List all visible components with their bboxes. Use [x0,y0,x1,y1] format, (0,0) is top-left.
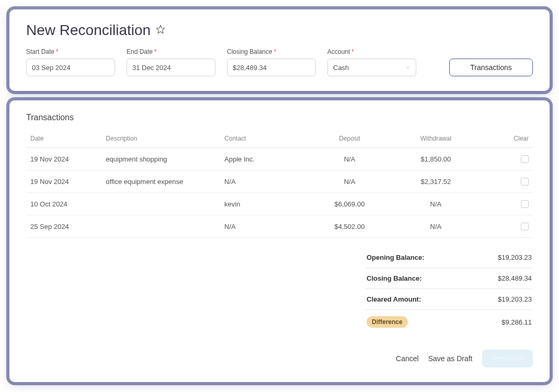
save-draft-button[interactable]: Save as Draft [428,354,473,363]
clear-checkbox[interactable] [521,155,529,163]
table-row: 19 Nov 2024office equipment expenseN/AN/… [26,170,533,193]
transactions-button-label: Transactions [470,63,512,72]
cell-date: 10 Oct 2024 [26,193,101,215]
closing-balance-summary-label: Closing Balance: [367,274,421,282]
cancel-label: Cancel [396,354,419,363]
summary-closing-balance: Closing Balance: $28,489.34 [366,268,533,289]
end-date-value: 31 Dec 2024 [132,64,171,72]
summary-panel: Opening Balance: $19,203.23 Closing Bala… [366,247,533,334]
cell-deposit: $4,502.00 [306,215,393,238]
reconcile-button[interactable]: Reconcile [482,350,533,367]
start-date-value: 03 Sep 2024 [32,64,71,72]
cell-contact: Apple Inc. [220,148,306,170]
transactions-button[interactable]: Transactions [449,59,533,76]
opening-balance-value: $19,203.23 [498,253,532,261]
start-date-field: Start Date* 03 Sep 2024 [26,48,115,76]
closing-balance-value: $28,489.34 [233,64,267,72]
col-clear: Clear [479,130,533,148]
cancel-button[interactable]: Cancel [396,354,419,363]
table-row: 19 Nov 2024equipment shoppingApple Inc.N… [26,148,533,170]
cell-deposit: $6,069.00 [306,193,393,215]
clear-checkbox[interactable] [521,178,529,186]
cell-contact: N/A [220,215,306,238]
cell-date: 19 Nov 2024 [26,170,101,193]
cell-withdrawal: N/A [393,215,479,238]
chevron-down-icon [405,64,410,72]
clear-checkbox[interactable] [521,200,529,208]
cell-withdrawal: N/A [393,193,479,215]
opening-balance-label: Opening Balance: [367,253,425,261]
difference-value: $9,286.11 [501,318,532,326]
page-title: New Reconciliation [26,22,151,39]
cell-contact: kevin [220,193,306,215]
header-card: New Reconciliation Start Date* 03 Sep 20… [9,9,550,91]
col-withdrawal: Withdrawal [393,130,479,148]
cell-clear [479,170,533,193]
closing-balance-input[interactable]: $28,489.34 [227,59,316,76]
cleared-amount-label: Cleared Amount: [367,295,421,303]
closing-balance-label: Closing Balance [227,48,272,55]
transactions-table: Date Description Contact Deposit Withdra… [26,130,533,238]
clear-checkbox[interactable] [521,223,529,230]
start-date-input[interactable]: 03 Sep 2024 [26,59,115,76]
transactions-title: Transactions [26,113,533,122]
end-date-label: End Date [127,48,153,55]
difference-badge: Difference [367,316,408,328]
closing-balance-field: Closing Balance* $28,489.34 [227,48,316,76]
account-value: Cash [333,64,349,72]
cell-deposit: N/A [306,148,393,170]
end-date-input[interactable]: 31 Dec 2024 [127,59,215,76]
cell-withdrawal: $2,317.52 [393,170,479,193]
summary-difference: Difference $9,286.11 [366,310,533,334]
cell-deposit: N/A [306,170,393,193]
cell-date: 19 Nov 2024 [26,148,101,170]
table-row: 25 Sep 2024N/A$4,502.00N/A [26,215,533,238]
cell-clear [479,148,533,170]
closing-balance-summary-value: $28,489.34 [498,274,532,282]
star-icon[interactable] [156,25,165,36]
cell-date: 25 Sep 2024 [26,215,101,238]
actions-row: Cancel Save as Draft Reconcile [26,350,533,367]
svg-marker-0 [157,26,165,33]
account-field: Account* Cash [327,48,416,76]
cell-description [101,215,220,238]
start-date-label: Start Date [26,48,54,55]
save-draft-label: Save as Draft [428,354,473,363]
filters-row: Start Date* 03 Sep 2024 End Date* 31 Dec… [26,48,533,76]
summary-opening-balance: Opening Balance: $19,203.23 [366,247,533,268]
account-select[interactable]: Cash [327,59,416,76]
cell-clear [479,215,533,238]
account-label: Account [327,48,350,55]
cell-description: office equipment expense [101,170,220,193]
reconcile-label: Reconcile [492,354,523,363]
cell-clear [479,193,533,215]
summary-cleared-amount: Cleared Amount: $19,203.23 [366,289,533,310]
cell-description: equipment shopping [101,148,220,170]
col-date: Date [26,130,101,148]
table-row: 10 Oct 2024kevin$6,069.00N/A [26,193,533,215]
col-description: Description [101,130,220,148]
cell-withdrawal: $1,850.00 [393,148,479,170]
end-date-field: End Date* 31 Dec 2024 [127,48,215,76]
col-deposit: Deposit [306,130,393,148]
transactions-card: Transactions Date Description Contact De… [9,100,550,382]
col-contact: Contact [220,130,306,148]
cleared-amount-value: $19,203.23 [498,295,532,303]
cell-description [101,193,220,215]
cell-contact: N/A [220,170,306,193]
